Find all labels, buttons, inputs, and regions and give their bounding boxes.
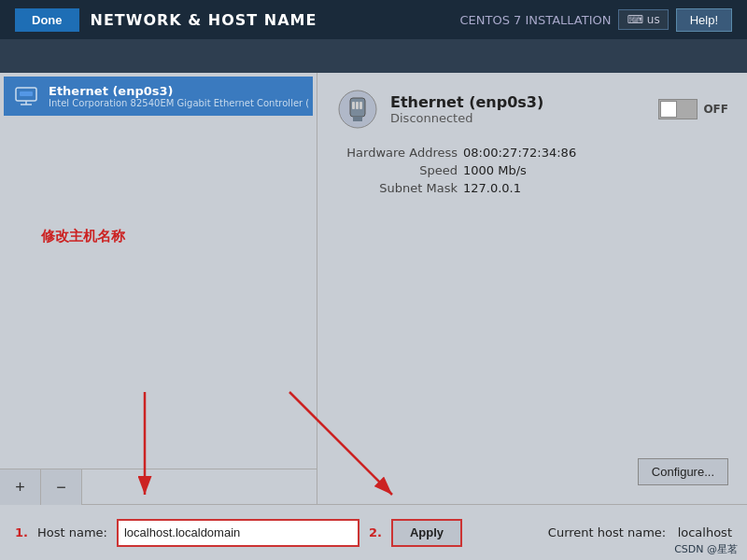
detail-row-hardware: Hardware Address 08:00:27:72:34:86 [345, 146, 728, 160]
network-icon [13, 86, 39, 106]
toggle-switch[interactable]: OFF [658, 99, 728, 119]
watermark: CSDN @星茗 [674, 542, 738, 556]
detail-row-speed: Speed 1000 Mb/s [345, 163, 728, 177]
current-host-text: Current host name: [548, 525, 666, 539]
eth-status: Disconnected [390, 111, 543, 125]
detail-table: Hardware Address 08:00:27:72:34:86 Speed… [345, 146, 728, 195]
hardware-label: Hardware Address [345, 146, 458, 160]
toggle-track[interactable] [658, 99, 698, 119]
detail-row-subnet: Subnet Mask 127.0.0.1 [345, 181, 728, 195]
annotation-text: 修改主机名称 [41, 228, 125, 245]
remove-button[interactable]: − [41, 469, 82, 505]
keyboard-icon: ⌨ [627, 13, 642, 26]
add-button[interactable]: + [0, 469, 41, 505]
help-button[interactable]: Help! [676, 8, 732, 32]
bottom-bar: 1. Host name: 2. Apply Current host name… [0, 504, 747, 560]
subnet-value: 127.0.0.1 [463, 181, 521, 195]
toggle-knob [660, 101, 677, 118]
device-name: Ethernet (enp0s3) [49, 84, 309, 98]
lang-badge[interactable]: ⌨ us [618, 9, 668, 30]
header: Done NETWORK & HOST NAME CENTOS 7 INSTAL… [0, 0, 747, 39]
step1-label: 1. [15, 525, 28, 539]
device-desc: Intel Corporation 82540EM Gigabit Ethern… [49, 98, 309, 108]
left-panel: Ethernet (enp0s3) Intel Corporation 8254… [0, 73, 317, 504]
speed-value: 1000 Mb/s [463, 163, 527, 177]
eth-icon [336, 88, 379, 131]
configure-button[interactable]: Configure... [638, 458, 728, 485]
device-info: Ethernet (enp0s3) Intel Corporation 8254… [49, 84, 309, 108]
right-panel: Ethernet (enp0s3) Disconnected OFF Hardw… [317, 73, 747, 504]
device-list: Ethernet (enp0s3) Intel Corporation 8254… [0, 73, 317, 469]
host-name-label: Host name: [37, 525, 107, 539]
eth-header: Ethernet (enp0s3) Disconnected OFF [336, 88, 728, 131]
eth-title-group: Ethernet (enp0s3) Disconnected [390, 93, 543, 125]
svg-rect-9 [353, 117, 362, 121]
current-host-label: Current host name: localhost [548, 525, 732, 539]
done-button[interactable]: Done [15, 8, 79, 32]
header-right: CENTOS 7 INSTALLATION ⌨ us Help! [459, 8, 732, 32]
lang-value: us [647, 13, 660, 26]
top-right-title: CENTOS 7 INSTALLATION [459, 13, 611, 27]
device-list-bottom: + − [0, 469, 317, 504]
svg-rect-11 [356, 102, 359, 109]
svg-rect-6 [20, 91, 33, 96]
device-item[interactable]: Ethernet (enp0s3) Intel Corporation 8254… [4, 77, 313, 116]
hardware-value: 08:00:27:72:34:86 [463, 146, 576, 160]
sub-header [0, 39, 747, 73]
svg-rect-12 [359, 102, 362, 109]
host-name-input[interactable] [117, 519, 359, 547]
main-content: Ethernet (enp0s3) Intel Corporation 8254… [0, 73, 747, 504]
svg-rect-10 [352, 102, 355, 109]
page-title: NETWORK & HOST NAME [91, 11, 317, 29]
toggle-label: OFF [703, 103, 728, 116]
subnet-label: Subnet Mask [345, 181, 458, 195]
step2-label: 2. [369, 525, 382, 539]
speed-label: Speed [345, 163, 458, 177]
apply-button[interactable]: Apply [391, 519, 462, 547]
eth-name: Ethernet (enp0s3) [390, 93, 543, 111]
current-host-value: localhost [678, 525, 732, 539]
